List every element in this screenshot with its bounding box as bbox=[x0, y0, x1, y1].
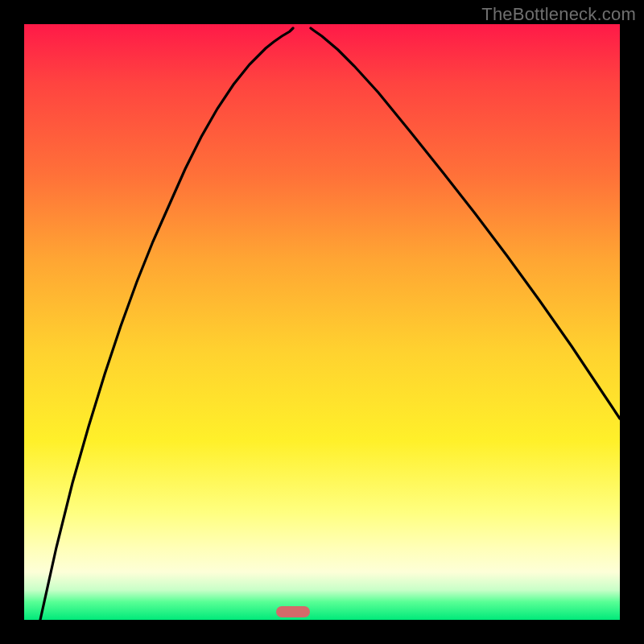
left-curve bbox=[40, 28, 293, 620]
right-curve bbox=[311, 28, 620, 419]
watermark-text: TheBottleneck.com bbox=[481, 4, 636, 25]
chart-frame: TheBottleneck.com bbox=[0, 0, 644, 644]
chart-plot-area bbox=[24, 24, 620, 620]
curves-svg bbox=[24, 24, 620, 620]
bottleneck-marker bbox=[276, 606, 310, 617]
